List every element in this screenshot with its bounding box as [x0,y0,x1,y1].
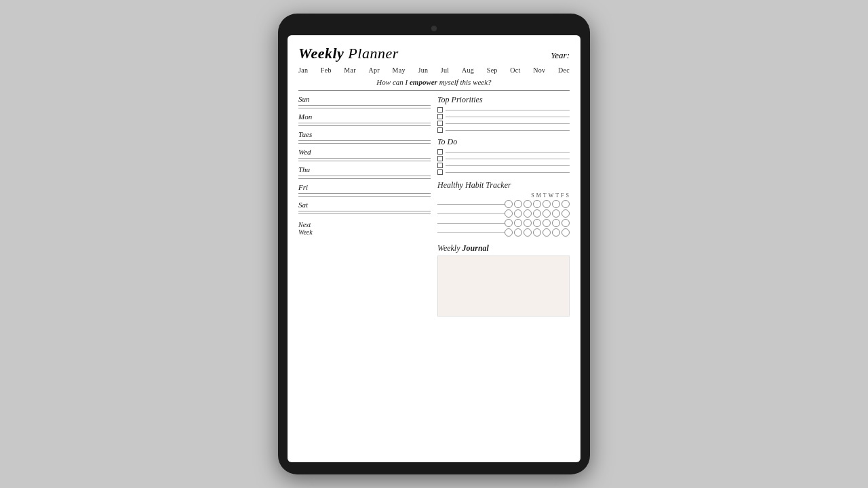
habit-circle-3-6[interactable] [552,219,560,227]
habit-row-3 [437,219,570,227]
habit-circle-2-3[interactable] [524,209,532,218]
day-line-wed-1 [298,161,431,161]
day-lines-mon [298,122,431,127]
priority-checkbox-3[interactable] [437,121,443,126]
todo-item-4 [437,169,570,175]
habit-circle-4-3[interactable] [524,228,532,237]
priority-item-2 [437,114,570,119]
priority-line-1 [446,110,570,110]
todo-item-2 [437,156,570,161]
habit-circle-1-6[interactable] [552,200,560,208]
habit-circle-1-5[interactable] [542,200,551,208]
priority-checkbox-4[interactable] [437,127,443,133]
month-mar[interactable]: Mar [344,66,356,74]
day-line-sun-1 [298,108,431,108]
priority-item-4 [437,127,570,133]
habit-circle-4-2[interactable] [514,228,522,237]
habit-circles-4 [505,228,570,237]
habit-circle-2-4[interactable] [533,209,541,218]
month-apr[interactable]: Apr [369,66,380,74]
day-line-tues-0 [298,140,431,141]
month-nov[interactable]: Nov [533,66,545,74]
habit-day-f: F [561,192,564,199]
habit-circle-4-1[interactable] [505,228,513,237]
day-section-mon: Mon [298,113,431,129]
habit-circle-2-5[interactable] [542,209,551,218]
habit-circle-3-2[interactable] [514,219,522,227]
days-column: SunMonTuesWedThuFriSatNext Week [298,95,431,317]
todo-title: To Do [437,137,570,147]
year-label: Year: [551,50,570,61]
habit-day-t1: T [543,192,547,199]
question-post: myself this week? [439,78,492,86]
month-aug[interactable]: Aug [462,66,474,74]
todo-line-2 [446,159,570,159]
day-line-sat-1 [298,214,431,214]
habit-circle-3-4[interactable] [533,219,541,227]
day-lines-wed [298,157,431,162]
month-sep[interactable]: Sep [487,66,498,74]
question-emphasis: empower [410,78,437,86]
todo-item-1 [437,149,570,155]
month-feb[interactable]: Feb [321,66,332,74]
question-pre: How can I [376,78,410,86]
day-lines-fri [298,192,431,197]
habit-circles-2 [505,209,570,218]
habit-circle-4-7[interactable] [561,228,570,237]
todo-item-3 [437,163,570,168]
header: Weekly Planner Year: [298,45,570,62]
month-dec[interactable]: Dec [558,66,570,74]
habit-circle-1-4[interactable] [533,200,541,208]
day-line-thu-1 [298,178,431,179]
month-jul[interactable]: Jul [441,66,450,74]
todo-checkbox-2[interactable] [437,156,443,161]
habit-circle-2-6[interactable] [552,209,560,218]
header-divider [298,90,570,91]
habit-circle-2-1[interactable] [505,209,513,218]
habit-circle-3-5[interactable] [542,219,551,227]
todo-checkbox-3[interactable] [437,163,443,168]
month-may[interactable]: May [393,66,406,74]
priority-item-1 [437,107,570,113]
habit-row-2 [437,209,570,218]
habit-label-1 [437,204,505,205]
right-column: Top Priorities [437,95,570,317]
day-section-tues: Tues [298,130,431,146]
habit-circle-3-3[interactable] [524,219,532,227]
habit-row-1 [437,200,570,208]
month-jun[interactable]: Jun [418,66,428,74]
habit-days-header: S M T W T F S [437,192,570,199]
day-label-thu: Thu [298,165,431,174]
habit-circle-3-1[interactable] [505,219,513,227]
priority-checkbox-2[interactable] [437,114,443,119]
month-jan[interactable]: Jan [298,66,308,74]
habit-circle-1-2[interactable] [514,200,522,208]
tablet-camera [431,26,437,31]
habit-circle-1-7[interactable] [561,200,570,208]
top-priorities-section: Top Priorities [437,95,570,134]
habit-circle-4-6[interactable] [552,228,560,237]
habit-circles-3 [505,219,570,227]
priority-checkbox-1[interactable] [437,107,443,113]
habit-circle-1-1[interactable] [505,200,513,208]
habit-circle-2-2[interactable] [514,209,522,218]
journal-section: Weekly Journal [437,243,570,317]
day-line-sat-0 [298,211,431,211]
day-label-fri: Fri [298,183,431,191]
journal-box[interactable] [437,256,570,317]
habit-circle-4-4[interactable] [533,228,541,237]
todo-checkbox-4[interactable] [437,169,443,175]
tablet-frame: Weekly Planner Year: JanFebMarAprMayJunJ… [278,14,590,474]
todo-checkbox-1[interactable] [437,149,443,155]
habit-day-t2: T [555,192,559,199]
weekly-question: How can I empower myself this week? [298,78,570,86]
habit-circle-4-5[interactable] [542,228,551,237]
habit-row-4 [437,228,570,237]
priority-item-3 [437,121,570,126]
habit-circle-3-7[interactable] [561,219,570,227]
habit-circle-1-3[interactable] [524,200,532,208]
day-section-thu: Thu [298,165,431,182]
month-oct[interactable]: Oct [510,66,520,74]
habit-circle-2-7[interactable] [561,209,570,218]
journal-title-bold: Journal [462,243,489,253]
